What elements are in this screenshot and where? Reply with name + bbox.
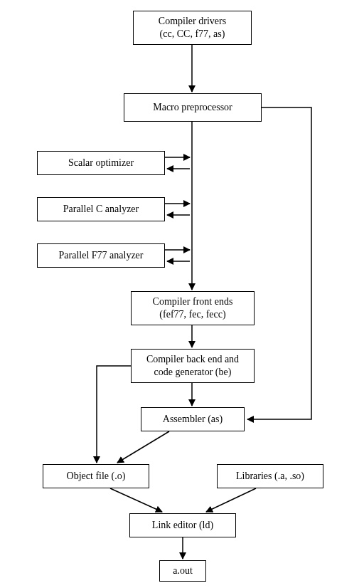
svg-line-11 [110,488,162,512]
label: Parallel C analyzer [63,203,139,216]
node-parallel-c-analyzer: Parallel C analyzer [37,197,165,221]
sublabel: (cc, CC, f77, as) [160,28,225,41]
sublabel: (fef77, fec, fecc) [159,308,225,321]
node-libraries: Libraries (.a, .so) [217,464,323,488]
node-object-file: Object file (.o) [43,464,149,488]
node-compiler-back-end: Compiler back end and code generator (be… [131,349,255,383]
node-parallel-f77-analyzer: Parallel F77 analyzer [37,243,165,268]
label: Libraries (.a, .so) [236,470,304,483]
label: Macro preprocessor [153,101,232,114]
node-a-out: a.out [159,560,206,582]
label: a.out [173,565,193,577]
node-macro-preprocessor: Macro preprocessor [124,93,262,122]
label: Parallel F77 analyzer [59,249,144,262]
sublabel: code generator (be) [154,366,232,379]
node-compiler-front-ends: Compiler front ends (fef77, fec, fecc) [131,291,255,325]
label: Compiler front ends [153,295,233,308]
label: Compiler drivers [159,15,226,28]
node-link-editor: Link editor (ld) [129,513,236,537]
node-compiler-drivers: Compiler drivers (cc, CC, f77, as) [133,11,252,45]
label: Assembler (as) [163,413,223,426]
svg-line-10 [117,431,169,463]
node-assembler: Assembler (as) [141,407,245,431]
label: Compiler back end and [146,353,239,366]
svg-line-12 [206,488,256,512]
label: Link editor (ld) [152,519,213,532]
node-scalar-optimizer: Scalar optimizer [37,151,165,175]
label: Scalar optimizer [68,157,134,169]
label: Object file (.o) [67,470,126,483]
